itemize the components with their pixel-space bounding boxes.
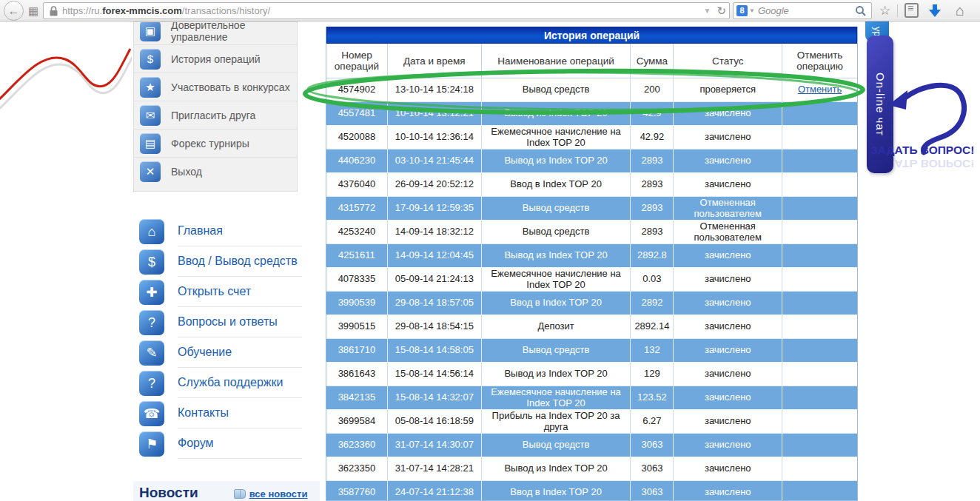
site-menu-item-label[interactable]: Служба поддержки [178,376,283,389]
back-button[interactable]: ← [4,1,24,21]
site-menu-item-label[interactable]: Главная [178,224,223,238]
cell-operation-number: 3842135 [326,386,388,410]
url-bar[interactable]: https://ru.forex-mmcis.com/transactions/… [43,2,730,19]
cell-operation-number: 4406230 [326,149,388,173]
account-menu-item[interactable]: ★Участвовать в конкурсах [134,73,297,101]
news-panel: Новости все новости [133,481,320,501]
table-header-row: Номер операцийДата и времяНаименование о… [326,44,857,78]
google-logo-icon[interactable]: 8 [736,5,748,16]
cell-status: зачислено [674,173,782,197]
site-menu-item[interactable]: ☎Контакты [133,398,302,428]
bookmark-star-icon[interactable]: ☆ [879,0,890,21]
cell-status: зачислено [674,410,782,434]
account-menu-item-label: Участвовать в конкурсах [171,81,290,93]
table-row: 425324014-09-14 18:32:12Вывод средств289… [326,221,857,244]
ask-question-text[interactable]: ЗАДАТЬ ВОПРОС! [870,144,980,157]
search-magnifier-icon[interactable] [855,5,867,17]
account-menu-item[interactable]: ▤Форекс турниры [134,130,297,158]
cell-datetime: 14-09-14 12:04:45 [388,244,482,268]
site-menu-item[interactable]: $Ввод / Вывод средств [133,246,302,277]
cell-operation-number: 3699584 [326,410,388,434]
account-menu-item[interactable]: ✕Выход [134,158,297,186]
cell-amount: 2892.8 [631,244,674,268]
cell-amount: 2892.14 [631,315,674,339]
search-input[interactable]: 8 ▼ Google [733,2,872,19]
site-menu-item[interactable]: ⌂Главная [133,216,302,246]
cell-cancel [782,244,857,268]
site-menu-item[interactable]: ⚑Форум [133,428,302,459]
table-row: 399053929-08-14 18:57:05Ввод в Index TOP… [326,292,857,315]
url-dropdown-icon[interactable]: ▼ [704,7,711,15]
cell-operation-number: 3861710 [326,339,388,363]
cell-cancel [782,315,857,339]
cell-datetime: 31-07-14 14:30:07 [388,434,482,457]
bookmarks-menu-icon[interactable] [905,3,919,18]
site-menu-item-label-wrap: Ввод / Вывод средств [178,246,302,277]
page-thumbnail-icon[interactable]: ▦ [28,4,41,17]
cell-amount: 6.27 [631,410,674,434]
cell-cancel [782,102,857,126]
site-menu-item-label[interactable]: Форум [178,437,214,450]
cell-operation-name: Вывод из Index TOP 20 [482,102,631,126]
cell-amount: 0.03 [631,268,674,292]
cell-operation-number: 4520088 [326,126,388,149]
search-engine-dropdown-icon[interactable]: ▼ [749,7,755,14]
account-menu-item[interactable]: ▣Доверительное управление [134,21,297,45]
site-menu-item[interactable]: ✚Открыть счет [133,277,302,307]
all-news[interactable]: все новости [234,488,308,501]
account-menu-item[interactable]: $История операций [134,45,297,73]
account-menu-item-label: История операций [171,53,261,65]
trophy-icon: ★ [140,77,161,98]
cell-operation-number: 4557481 [326,102,388,126]
cell-amount: 132 [631,339,674,363]
cell-operation-name: Вывод из Index TOP 20 [482,244,631,268]
account-menu-item-label: Доверительное управление [171,21,297,43]
cell-amount: 42.92 [631,126,674,149]
cell-amount: 3063 [631,457,674,481]
table-row: 452008810-10-14 12:36:14Ежемесячное начи… [326,126,857,149]
cell-operation-name: Вывод из Index TOP 20 [482,149,631,173]
table-row: 358776024-07-14 21:12:38Ввод в Index TOP… [326,481,857,501]
site-menu-item-label[interactable]: Открыть счет [178,285,251,298]
account-menu-item[interactable]: ✉Пригласить друга [134,101,297,130]
cancel-operation-link[interactable]: Отменить [798,84,842,95]
cell-status: зачислено [674,386,782,410]
cell-operation-name: Вывод средств [482,434,631,457]
cell-status: зачислено [674,339,782,363]
reload-icon[interactable]: ↻ [716,4,726,18]
cell-operation-number: 3861643 [326,363,388,386]
cell-status: зачислено [674,363,782,386]
site-menu-item[interactable]: ✎Обучение [133,337,302,368]
cell-cancel [782,457,857,481]
table-row: 369958405-08-14 16:18:59Прибыль на Index… [326,410,857,434]
cell-status: зачислено [674,149,782,173]
site-menu-item-label-wrap: Вопросы и ответы [178,307,302,337]
cell-operation-number: 4251611 [326,244,388,268]
cell-amount: 129 [631,363,674,386]
site-menu-item[interactable]: ?Служба поддержки [133,368,302,398]
all-news-link[interactable]: все новости [249,488,308,500]
cell-operation-number: 4078335 [326,268,388,292]
url-domain: forex-mmcis.com [102,5,182,16]
browser-toolbar: ← ▦ https://ru.forex-mmcis.com/transacti… [0,0,980,21]
cell-cancel [782,126,857,149]
site-menu-item-label[interactable]: Ввод / Вывод средств [178,255,298,268]
cell-status: зачислено [674,244,782,268]
cell-datetime: 29-08-14 18:54:15 [388,315,482,339]
table-body: 457490213-10-14 15:24:18Вывод средств200… [326,78,857,501]
cell-datetime: 17-09-14 12:59:35 [388,197,482,221]
site-menu-item-label-wrap: Главная [178,216,302,246]
cell-amount: 2893 [631,149,674,173]
cell-status: зачислено [674,434,782,457]
cell-datetime: 10-10-14 12:36:14 [388,126,482,149]
home-icon[interactable]: ⌂ [956,0,964,21]
site-menu-item[interactable]: ?Вопросы и ответы [133,307,302,337]
online-chat-tab-label: On-line чат [874,73,887,136]
cell-cancel [782,410,857,434]
site-menu-item-label[interactable]: Обучение [178,346,232,359]
site-menu-item-label[interactable]: Контакты [178,406,229,420]
account-menu-item-label: Пригласить друга [171,110,255,121]
site-menu-item-label[interactable]: Вопросы и ответы [178,315,278,329]
news-title: Новости [139,485,198,501]
downloads-icon[interactable] [928,4,942,19]
